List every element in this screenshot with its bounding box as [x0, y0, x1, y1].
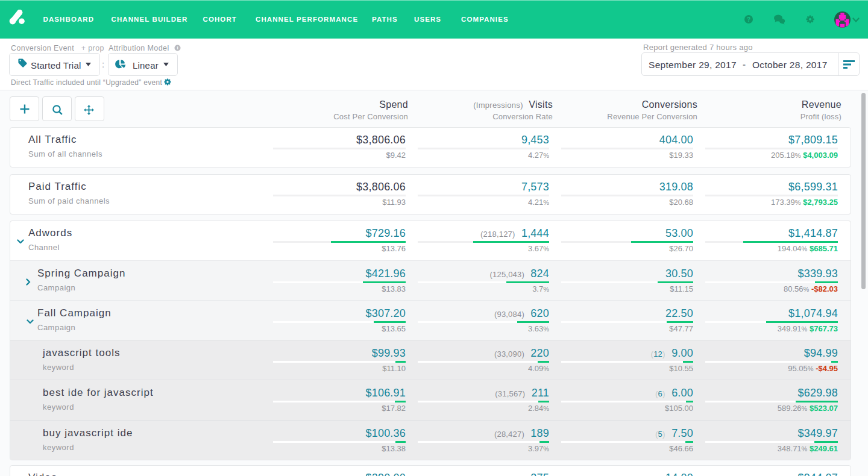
svg-text:?: ? [747, 16, 750, 23]
svg-text:i: i [177, 45, 178, 51]
